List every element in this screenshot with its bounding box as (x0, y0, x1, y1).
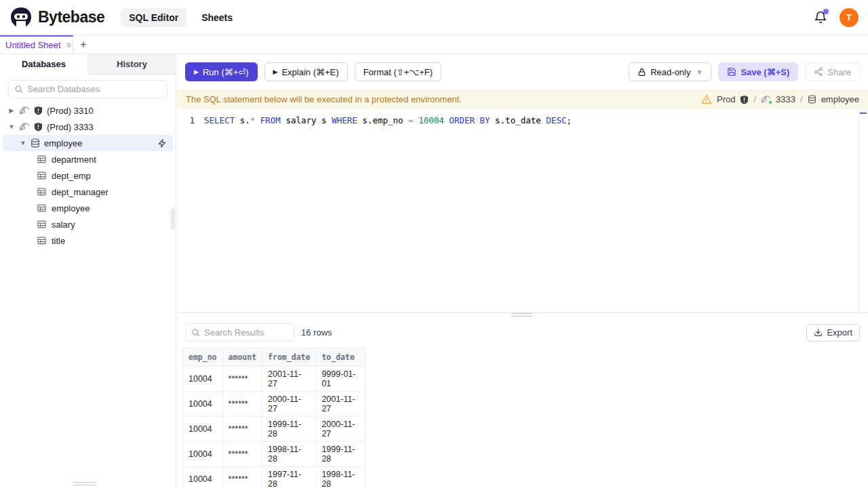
main-panel: ▶ Run (⌘+⏎) ▶ Explain (⌘+E) Format (⇧+⌥+… (177, 54, 868, 488)
format-button[interactable]: Format (⇧+⌥+F) (355, 62, 441, 81)
table-item[interactable]: salary (0, 216, 176, 232)
table-cell: ****** (222, 442, 262, 467)
results-search-input[interactable] (204, 327, 288, 338)
database-tree: ▶ (Prod) 3310 ▼ (0, 102, 176, 249)
code-line: 1 SELECT s.* FROM salary s WHERE s.emp_n… (177, 114, 868, 127)
table-label: dept_manager (52, 187, 108, 197)
sql-statement: SELECT s.* FROM salary s WHERE s.emp_no … (204, 115, 572, 125)
caret-right-icon[interactable]: ▶ (8, 107, 15, 114)
table-cell: 10004 (183, 467, 223, 488)
notification-badge (823, 9, 829, 14)
table-cell: ****** (222, 367, 262, 392)
results-table: emp_noamountfrom_dateto_date 10004******… (182, 348, 366, 488)
tab-databases[interactable]: Databases (0, 54, 88, 75)
table-list: department dept_emp dept_manager employe… (0, 151, 176, 249)
table-item[interactable]: title (0, 232, 176, 249)
table-cell: 1999-11-28 (316, 442, 366, 467)
results-header-row: emp_noamountfrom_dateto_date (183, 348, 366, 367)
table-row[interactable]: 10004******2001-11-279999-01-01 (183, 367, 366, 392)
run-button[interactable]: ▶ Run (⌘+⏎) (185, 62, 258, 81)
caret-down-icon[interactable]: ▼ (20, 140, 26, 146)
column-header[interactable]: emp_no (183, 348, 223, 367)
database-employee[interactable]: ▼ employee (3, 135, 173, 151)
nav-sql-editor[interactable]: SQL Editor (121, 8, 186, 27)
sql-code-editor[interactable]: 1 SELECT s.* FROM salary s WHERE s.emp_n… (177, 109, 868, 313)
table-row[interactable]: 10004******1997-11-281998-11-28 (183, 467, 366, 488)
nav-sheets[interactable]: Sheets (193, 8, 241, 27)
table-icon (37, 220, 46, 228)
save-icon (727, 67, 736, 77)
top-nav: SQL Editor Sheets (121, 8, 241, 27)
environment-label: Prod (717, 94, 735, 104)
cursor-ruler-mark (860, 113, 867, 114)
table-cell: 1999-11-28 (262, 417, 316, 442)
results-toolbar: 16 rows Export (177, 317, 868, 348)
sheet-tab-untitled[interactable]: Untitled Sheet (0, 35, 73, 54)
table-row[interactable]: 10004******1999-11-282000-11-27 (183, 417, 366, 442)
instance-prod-3310[interactable]: ▶ (Prod) 3310 (0, 102, 176, 119)
table-cell: 9999-01-01 (316, 367, 366, 392)
line-number: 1 (177, 115, 204, 125)
column-header[interactable]: from_date (262, 348, 316, 367)
table-cell: 10004 (183, 417, 223, 442)
table-item[interactable]: department (0, 151, 176, 167)
play-icon: ▶ (194, 69, 199, 75)
table-label: employee (52, 203, 90, 214)
table-row[interactable]: 10004******2000-11-272001-11-27 (183, 392, 366, 417)
mysql-icon (761, 95, 771, 104)
caret-down-icon[interactable]: ▼ (8, 123, 15, 130)
instance-label: (Prod) 3310 (47, 106, 94, 116)
table-row[interactable]: 10004******1998-11-281999-11-28 (183, 442, 366, 467)
table-cell: 2001-11-27 (316, 392, 366, 417)
export-button[interactable]: Export (806, 324, 860, 342)
mysql-icon (19, 106, 30, 115)
table-icon (37, 204, 46, 212)
column-header[interactable]: amount (222, 348, 262, 367)
table-item[interactable]: dept_emp (0, 167, 176, 184)
readonly-mode-button[interactable]: Read-only ▼ (629, 62, 711, 81)
sheet-tab-label: Untitled Sheet (5, 40, 61, 50)
top-header: Bytebase SQL Editor Sheets T (0, 0, 868, 35)
explain-button[interactable]: ▶ Explain (⌘+E) (264, 62, 348, 81)
search-icon (14, 85, 23, 94)
avatar[interactable]: T (840, 8, 859, 27)
connection-status-dot (768, 100, 772, 104)
add-sheet-button[interactable]: + (73, 35, 94, 54)
database-search-input[interactable] (27, 84, 161, 94)
bytebase-logo[interactable]: Bytebase (9, 6, 104, 29)
results-resize-handle[interactable] (177, 313, 868, 317)
sidebar-resize-handle[interactable] (171, 209, 175, 229)
table-cell: ****** (222, 392, 262, 417)
share-button[interactable]: Share (805, 62, 860, 81)
instance-label[interactable]: 3333 (776, 94, 795, 104)
column-header[interactable]: to_date (316, 348, 366, 367)
database-icon (808, 95, 816, 104)
row-count: 16 rows (301, 327, 332, 338)
editor-toolbar: ▶ Run (⌘+⏎) ▶ Explain (⌘+E) Format (⇧+⌥+… (177, 54, 868, 89)
table-icon (37, 237, 46, 245)
table-item[interactable]: employee (0, 200, 176, 216)
share-icon (814, 67, 823, 77)
table-cell: ****** (222, 467, 262, 488)
connect-zap-icon[interactable] (158, 139, 166, 148)
bytebase-logo-icon (9, 6, 33, 29)
table-cell: 2000-11-27 (262, 392, 316, 417)
table-label: dept_emp (52, 171, 91, 181)
editor-scrollbar[interactable] (859, 109, 868, 312)
table-item[interactable]: dept_manager (0, 184, 176, 200)
database-search[interactable] (8, 80, 167, 98)
sidebar-hscrollbar[interactable] (73, 482, 96, 485)
results-panel: 16 rows Export emp_noamountfrom_dateto_d… (177, 317, 868, 488)
instance-prod-3333[interactable]: ▼ (Prod) 3333 (0, 119, 176, 135)
mysql-icon (19, 122, 30, 131)
tab-history[interactable]: History (88, 54, 176, 75)
save-button[interactable]: Save (⌘+S) (718, 62, 798, 81)
environment-shield-icon (740, 95, 749, 104)
table-cell: 1998-11-28 (262, 442, 316, 467)
table-label: salary (52, 220, 75, 230)
database-icon (31, 138, 40, 148)
database-label[interactable]: employee (821, 94, 859, 104)
table-icon (37, 155, 46, 163)
results-search[interactable] (185, 323, 294, 342)
notifications-button[interactable] (814, 11, 827, 24)
